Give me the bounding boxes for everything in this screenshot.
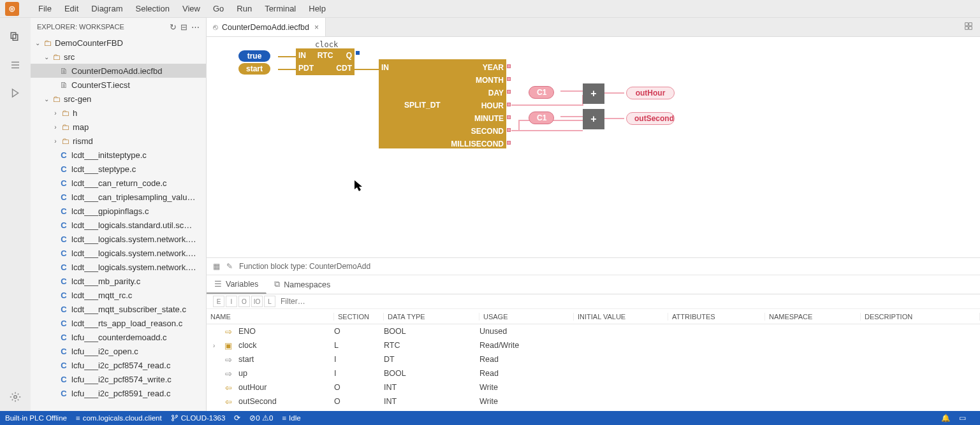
tree-cfile[interactable]: Clcdt___mqtt_rc.c <box>31 288 206 302</box>
tree-cfile[interactable]: Clcdt___logicals.system.network.… <box>31 260 206 274</box>
tree-cfile[interactable]: Clcdt___logicals.system.network.… <box>31 232 206 246</box>
tree-cfile[interactable]: Clcdt___can_triplesampling_valu… <box>31 190 206 204</box>
variables-table: NAME SECTION DATA TYPE USAGE INITIAL VAL… <box>207 309 980 411</box>
explorer-icon[interactable] <box>5 27 26 47</box>
breadcrumb-text: Function block type: CounterDemoAdd <box>239 262 370 271</box>
sidebar: EXPLORER: WORKSPACE ↻ ⊟ ⋯ ⌄🗀DemoCounterF… <box>31 18 207 411</box>
menu-help[interactable]: Help <box>302 1 332 16</box>
refresh-icon[interactable]: ↻ <box>170 22 177 32</box>
status-branch[interactable]: CLOUD-1363 <box>171 414 226 422</box>
tree-cfile[interactable]: Clcdt___logicals.standard.util.sc… <box>31 218 206 232</box>
const-c1-a[interactable]: C1 <box>529 86 554 99</box>
block-add-b[interactable]: + <box>583 109 604 129</box>
namespace-icon: ⧉ <box>274 280 280 289</box>
status-idle[interactable]: ≡ Idle <box>282 414 300 422</box>
more-icon[interactable]: ⋯ <box>191 22 200 32</box>
tab-namespaces[interactable]: ⧉ Namespaces <box>267 275 339 294</box>
tree-cfile[interactable]: Clcdt___steptype.c <box>31 162 206 176</box>
tree-cfile[interactable]: Clcdt___mqtt_subscriber_state.c <box>31 302 206 316</box>
tabbar: ⎋ CounterDemoAdd.iecfbd × <box>207 18 980 37</box>
split-icon[interactable] <box>963 21 974 33</box>
close-icon[interactable]: × <box>314 23 319 32</box>
status-problems[interactable]: ⊘ 0 ⚠ 0 <box>249 414 273 422</box>
debug-icon[interactable] <box>5 83 26 103</box>
block-add-a[interactable]: + <box>583 83 604 104</box>
tree-file-counterst[interactable]: 🗎CounterST.iecst <box>31 78 206 92</box>
sidebar-header: EXPLORER: WORKSPACE ↻ ⊟ ⋯ <box>31 18 206 36</box>
filter-btn-5[interactable]: L <box>264 296 275 307</box>
gear-icon[interactable] <box>5 387 26 407</box>
tree-cfile[interactable]: Clcfu___counterdemoadd.c <box>31 330 206 344</box>
wand-icon[interactable]: ✎ <box>226 262 233 271</box>
table-row[interactable]: ⇦outHour O INT Write <box>207 380 980 394</box>
filter-btn-1[interactable]: E <box>213 296 224 307</box>
editor-area: ⎋ CounterDemoAdd.iecfbd × clock true sta… <box>207 18 980 411</box>
status-bell-icon[interactable]: 🔔 <box>941 414 950 422</box>
status-client[interactable]: ≡ com.logicals.cloud.client <box>76 414 162 422</box>
tree-h[interactable]: ›🗀h <box>31 106 206 120</box>
tree-cfile[interactable]: Clcdt___mb_parity.c <box>31 274 206 288</box>
filter-btn-4[interactable]: IO <box>251 296 263 307</box>
svg-marker-5 <box>13 89 18 97</box>
file-tree: ⌄🗀DemoCounterFBD ⌄🗀src 🗎CounterDemoAdd.i… <box>31 36 206 411</box>
tree-cfile[interactable]: Clcdt___rts_app_load_reason.c <box>31 316 206 330</box>
table-row[interactable]: ⇨ENO O BOOL Unused <box>207 324 980 338</box>
panel-filter-bar: E I O IO L <box>207 294 980 309</box>
table-row[interactable]: ⇨up I BOOL Read <box>207 366 980 380</box>
filter-input[interactable] <box>281 297 376 306</box>
statusbar: Built-in PLC Offline ≡ com.logicals.clou… <box>0 411 980 425</box>
tree-file-counterdemoadd[interactable]: 🗎CounterDemoAdd.iecfbd <box>31 64 206 78</box>
sidebar-title: EXPLORER: WORKSPACE <box>37 23 166 31</box>
svg-point-21 <box>175 415 177 417</box>
tab-variables[interactable]: ☰ Variables <box>207 275 267 294</box>
tree-cfile[interactable]: Clcdt___gpiopinflags.c <box>31 204 206 218</box>
tree-src[interactable]: ⌄🗀src <box>31 50 206 64</box>
grid-icon[interactable]: ▦ <box>213 262 220 271</box>
diagram-canvas[interactable]: clock true start RTC IN Q PDT CDT IN SPL… <box>207 37 980 257</box>
tree-cfile[interactable]: Clcdt___initsteptype.c <box>31 148 206 162</box>
app-logo: ◎ <box>5 2 19 16</box>
panel-breadcrumb: ▦ ✎ Function block type: CounterDemoAdd <box>207 257 980 275</box>
tree-cfile[interactable]: Clcfu___i2c_pcf8591_read.c <box>31 386 206 400</box>
svg-marker-18 <box>355 180 362 191</box>
tree-rismd[interactable]: ›🗀rismd <box>31 134 206 148</box>
tree-cfile[interactable]: Clcdt___can_return_code.c <box>31 176 206 190</box>
activitybar <box>0 18 31 411</box>
table-row[interactable]: ›▣clock L RTC Read/Write <box>207 338 980 352</box>
editor-tab[interactable]: ⎋ CounterDemoAdd.iecfbd × <box>207 18 326 36</box>
tree-cfile[interactable]: Clcfu___i2c_open.c <box>31 344 206 358</box>
svg-point-6 <box>14 396 17 399</box>
table-row[interactable]: ⇨start I DT Read <box>207 352 980 366</box>
table-row[interactable]: ⇦outSecond O INT Write <box>207 394 980 408</box>
panel-tabs: ☰ Variables ⧉ Namespaces <box>207 275 980 294</box>
tree-map[interactable]: ›🗀map <box>31 120 206 134</box>
menu-file[interactable]: File <box>32 1 58 16</box>
menu-view[interactable]: View <box>176 1 207 16</box>
menu-go[interactable]: Go <box>207 1 230 16</box>
status-sync[interactable]: ⟳ <box>234 414 240 422</box>
menu-diagram[interactable]: Diagram <box>85 1 129 16</box>
filter-btn-2[interactable]: I <box>226 296 237 307</box>
tree-srcgen[interactable]: ⌄🗀src-gen <box>31 92 206 106</box>
tree-cfile[interactable]: Clcfu___i2c_pcf8574_write.c <box>31 372 206 386</box>
tree-root[interactable]: ⌄🗀DemoCounterFBD <box>31 36 206 50</box>
status-layout-icon[interactable]: ▭ <box>959 414 966 422</box>
menu-edit[interactable]: Edit <box>58 1 85 16</box>
menu-run[interactable]: Run <box>230 1 258 16</box>
menu-selection[interactable]: Selection <box>129 1 175 16</box>
menubar: ◎ File Edit Diagram Selection View Go Ru… <box>0 0 980 18</box>
tab-label: CounterDemoAdd.iecfbd <box>222 23 309 32</box>
menu-terminal[interactable]: Terminal <box>258 1 302 16</box>
outline-icon[interactable] <box>5 55 26 75</box>
collapse-icon[interactable]: ⊟ <box>180 22 187 32</box>
tree-cfile[interactable]: Clcfu___i2c_pcf8574_read.c <box>31 358 206 372</box>
const-c1-b[interactable]: C1 <box>529 112 554 124</box>
diagram-icon: ⎋ <box>213 23 218 32</box>
table-header: NAME SECTION DATA TYPE USAGE INITIAL VAL… <box>207 309 980 324</box>
output-outhour[interactable]: outHour <box>626 87 675 99</box>
output-outsecond[interactable]: outSecond <box>626 112 675 125</box>
tree-cfile[interactable]: Clcdt___logicals.system.network.… <box>31 246 206 260</box>
svg-point-19 <box>172 415 173 417</box>
status-plc[interactable]: Built-in PLC Offline <box>5 414 67 422</box>
filter-btn-3[interactable]: O <box>238 296 250 307</box>
